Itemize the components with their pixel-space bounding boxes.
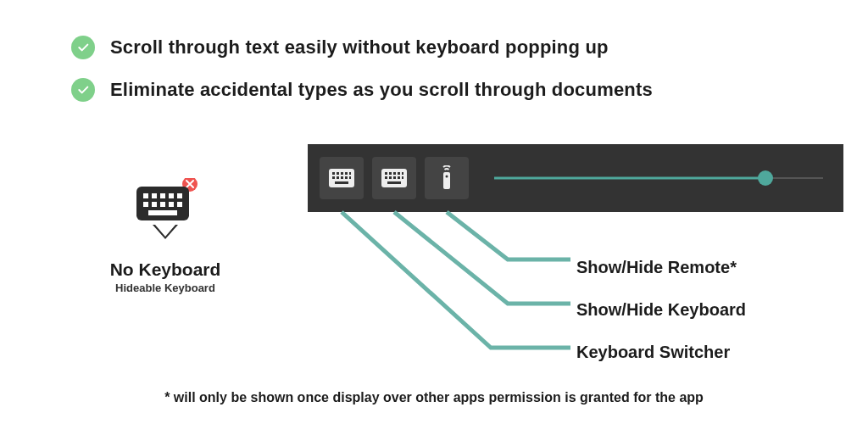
svg-rect-8: [152, 202, 157, 207]
svg-rect-23: [345, 176, 348, 179]
svg-rect-20: [332, 176, 335, 179]
svg-rect-35: [398, 176, 400, 179]
bullet-item: Scroll through text easily without keybo…: [71, 36, 653, 59]
svg-rect-2: [143, 193, 148, 198]
svg-rect-13: [148, 210, 177, 215]
bullet-text: Eliminate accidental types as you scroll…: [110, 79, 653, 101]
svg-rect-5: [169, 193, 174, 198]
app-logo-block: No Keyboard Hideable Keyboard: [81, 178, 250, 294]
svg-rect-16: [337, 172, 339, 175]
svg-rect-3: [152, 193, 157, 198]
app-title: No Keyboard: [81, 259, 250, 280]
check-icon: [71, 78, 95, 102]
slider-thumb[interactable]: [758, 170, 773, 186]
svg-point-39: [446, 176, 448, 178]
bullet-item: Eliminate accidental types as you scroll…: [71, 78, 653, 102]
callout-remote: Show/Hide Remote*: [576, 246, 746, 288]
transparency-slider[interactable]: [494, 161, 823, 195]
svg-rect-21: [337, 176, 339, 179]
svg-rect-28: [389, 172, 392, 175]
svg-rect-32: [385, 176, 387, 179]
keyboard-icon: [329, 169, 354, 187]
svg-rect-7: [143, 202, 148, 207]
bullet-list: Scroll through text easily without keybo…: [71, 36, 653, 120]
bullet-text: Scroll through text easily without keybo…: [110, 36, 609, 59]
keyboard-icon: [381, 169, 407, 187]
svg-rect-4: [160, 193, 165, 198]
footnote: * will only be shown once display over o…: [0, 390, 868, 405]
remote-icon: [441, 165, 453, 191]
callout-labels: Show/Hide Remote* Show/Hide Keyboard Key…: [576, 246, 746, 373]
svg-rect-19: [349, 172, 351, 175]
svg-rect-33: [389, 176, 392, 179]
svg-rect-34: [393, 176, 396, 179]
keyboard-toolbar: [308, 144, 843, 212]
svg-rect-24: [349, 176, 351, 179]
svg-rect-11: [169, 202, 174, 207]
svg-rect-18: [345, 172, 348, 175]
svg-rect-10: [160, 202, 165, 207]
svg-rect-36: [402, 176, 403, 179]
svg-rect-29: [393, 172, 396, 175]
show-hide-keyboard-button[interactable]: [372, 157, 416, 199]
check-icon: [71, 36, 95, 59]
svg-rect-12: [177, 202, 182, 207]
svg-rect-27: [385, 172, 387, 175]
callout-keyboard: Show/Hide Keyboard: [576, 288, 746, 331]
svg-rect-30: [398, 172, 400, 175]
svg-rect-17: [341, 172, 343, 175]
keyboard-switcher-button[interactable]: [320, 157, 364, 199]
svg-rect-25: [335, 181, 348, 184]
svg-rect-6: [177, 193, 182, 198]
callout-switcher: Keyboard Switcher: [576, 331, 746, 373]
svg-rect-37: [387, 181, 401, 184]
show-hide-remote-button[interactable]: [425, 157, 469, 199]
svg-rect-22: [341, 176, 343, 179]
app-subtitle: Hideable Keyboard: [81, 282, 250, 294]
svg-rect-15: [332, 172, 335, 175]
app-logo-icon: [131, 178, 199, 246]
slider-fill: [494, 177, 765, 180]
svg-rect-38: [443, 172, 450, 189]
svg-rect-31: [402, 172, 403, 175]
